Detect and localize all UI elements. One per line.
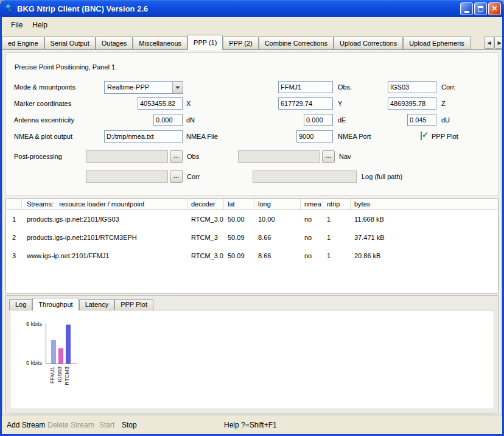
antenna-dn-input[interactable]	[153, 114, 183, 126]
marker-z-label: Z	[441, 97, 446, 110]
cell-decoder: RTCM_3.0	[187, 210, 224, 228]
minimize-button[interactable]	[460, 2, 473, 15]
tab-outages[interactable]: Outages	[96, 37, 133, 49]
mode-combo[interactable]: Realtime-PPP	[104, 81, 183, 94]
header-bytes: bytes	[351, 199, 498, 209]
corr-label: Corr.	[441, 81, 456, 93]
delete-stream-button[interactable]: Delete Stream	[47, 421, 94, 429]
row-number: 2	[6, 228, 22, 247]
close-button[interactable]: ✕	[488, 2, 501, 15]
mode-combo-value: Realtime-PPP	[105, 82, 172, 93]
app-window: BKG Ntrip Client (BNC) Version 2.6 ✕ Fil…	[0, 0, 504, 436]
mode-label: Mode & mountpoints	[14, 81, 75, 93]
post-obs-label: Obs	[187, 150, 199, 163]
chevron-down-icon	[175, 86, 180, 89]
nmea-port-input[interactable]	[296, 130, 333, 142]
tab-upload-corrections[interactable]: Upload Corrections	[334, 37, 403, 49]
bar-label-IGS03: IGS03	[57, 367, 63, 382]
menu-file[interactable]: File	[6, 19, 27, 31]
ppp-plot-checkbox[interactable]: ✓	[421, 132, 422, 140]
ppp-plot-label: PPP Plot	[432, 130, 458, 142]
cell-long: 8.66	[254, 247, 301, 265]
header-row-gutter	[6, 199, 22, 209]
nmea-file-label: NMEA File	[186, 130, 218, 142]
header-mountpoint: Streams: resource loader / mountpoint	[22, 199, 187, 209]
panel-heading: Precise Point Positioning, Panel 1.	[15, 61, 117, 73]
ytick-bottom: 0 kbits	[10, 360, 42, 366]
antenna-du-label: dU	[441, 114, 450, 126]
post-nav-browse-button[interactable]: ...	[322, 150, 335, 163]
post-log-input[interactable]	[253, 171, 357, 183]
cell-mountpoint: products.igs-ip.net:2101/RTCM3EPH	[22, 228, 187, 247]
marker-y-label: Y	[338, 97, 342, 110]
tab-combine-corrections[interactable]: Combine Corrections	[259, 37, 334, 49]
cell-bytes: 20.86 kB	[351, 247, 498, 265]
table-row[interactable]: 3 www.igs-ip.net:2101/FFMJ1 RTCM_3.0 50.…	[6, 247, 498, 265]
post-corr-input[interactable]	[86, 171, 168, 183]
app-icon	[4, 4, 14, 14]
post-nav-input[interactable]	[238, 150, 320, 163]
cell-lat: 50.00	[224, 210, 254, 228]
marker-x-input[interactable]	[138, 97, 183, 110]
cell-ntrip: 1	[323, 228, 351, 247]
main-tab-bar: ed Engine Serial Output Outages Miscella…	[2, 36, 502, 49]
cell-bytes: 11.668 kB	[351, 210, 498, 228]
post-obs-input[interactable]	[86, 150, 168, 163]
help-hint-text: Help ?=Shift+F1	[224, 421, 277, 429]
tab-scroll-right-icon[interactable]: ▶	[494, 37, 502, 49]
tab-upload-ephemeris[interactable]: Upload Ephemeris	[403, 37, 471, 49]
minimize-icon	[464, 11, 469, 13]
nmea-file-input[interactable]	[104, 130, 183, 142]
antenna-de-input[interactable]	[304, 114, 333, 126]
cell-long: 8.66	[254, 228, 301, 247]
obs-mountpoint-input[interactable]	[278, 81, 333, 93]
table-row[interactable]: 1 products.igs-ip.net:2101/IGS03 RTCM_3.…	[6, 210, 498, 228]
tab-latency[interactable]: Latency	[79, 299, 115, 310]
marker-coordinates-label: Marker coordinates	[14, 97, 71, 110]
tab-throughput[interactable]: Throughput	[32, 298, 79, 311]
start-button[interactable]: Start	[99, 421, 114, 429]
marker-z-input[interactable]	[388, 97, 436, 110]
cell-nmea: no	[301, 210, 323, 228]
nmea-output-label: NMEA & plot output	[14, 130, 72, 142]
table-row[interactable]: 2 products.igs-ip.net:2101/RTCM3EPH RTCM…	[6, 228, 498, 247]
antenna-excentricity-label: Antenna excentricity	[14, 114, 74, 126]
ppp-settings-panel: Precise Point Positioning, Panel 1. Mode…	[5, 52, 499, 195]
maximize-button[interactable]	[474, 2, 487, 15]
tab-feed-engine[interactable]: ed Engine	[2, 37, 44, 49]
post-corr-browse-button[interactable]: ...	[170, 171, 183, 183]
antenna-dn-label: dN	[186, 114, 195, 126]
cell-lat: 50.09	[224, 247, 254, 265]
corr-mountpoint-input[interactable]	[388, 81, 436, 93]
throughput-plot	[46, 324, 77, 364]
tab-ppp-1[interactable]: PPP (1)	[187, 35, 223, 50]
stop-button[interactable]: Stop	[122, 421, 137, 429]
marker-y-input[interactable]	[278, 97, 333, 110]
tab-scroll-left-icon[interactable]: ◀	[484, 37, 494, 49]
marker-x-label: X	[186, 97, 191, 110]
row-number: 3	[6, 247, 22, 265]
mode-combo-dropdown-button[interactable]	[172, 82, 183, 93]
nmea-port-label: NMEA Port	[338, 130, 371, 142]
tab-log[interactable]: Log	[9, 299, 32, 310]
cell-decoder: RTCM_3	[187, 228, 224, 247]
cell-nmea: no	[301, 247, 323, 265]
title-bar[interactable]: BKG Ntrip Client (BNC) Version 2.6 ✕	[0, 0, 504, 17]
cell-lat: 50.09	[224, 228, 254, 247]
menu-bar: File Help	[2, 17, 502, 33]
menu-help[interactable]: Help	[27, 19, 52, 31]
row-number: 1	[6, 210, 22, 228]
cell-decoder: RTCM_3.0	[187, 247, 224, 265]
tab-miscellaneous[interactable]: Miscellaneous	[133, 37, 187, 49]
obs-label: Obs.	[338, 81, 352, 93]
tab-serial-output[interactable]: Serial Output	[44, 37, 96, 49]
antenna-du-input[interactable]	[407, 114, 436, 126]
tab-ppp-2[interactable]: PPP (2)	[223, 37, 258, 49]
post-obs-browse-button[interactable]: ...	[170, 150, 183, 163]
add-stream-button[interactable]: Add Stream	[7, 421, 45, 429]
close-icon: ✕	[491, 4, 497, 13]
monitor-panel: Log Throughput Latency PPP Plot 6 kbits …	[5, 295, 499, 413]
post-nav-label: Nav	[339, 150, 351, 163]
tab-ppp-plot[interactable]: PPP Plot	[114, 299, 153, 310]
post-processing-label: Post-processing	[14, 150, 62, 163]
